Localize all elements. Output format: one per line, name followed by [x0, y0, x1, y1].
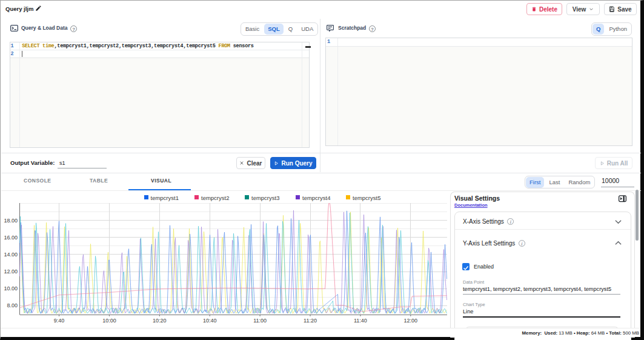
svg-text:9:40: 9:40: [54, 318, 65, 324]
svg-text:10:40: 10:40: [203, 318, 217, 324]
svg-text:11:40: 11:40: [354, 318, 367, 324]
svg-text:10.00: 10.00: [4, 285, 18, 292]
svg-text:8.00: 8.00: [7, 302, 18, 308]
svg-text:14.00: 14.00: [4, 252, 18, 258]
svg-text:10:20: 10:20: [153, 318, 167, 324]
svg-text:11:20: 11:20: [304, 318, 317, 324]
svg-text:16.00: 16.00: [4, 235, 18, 241]
svg-text:18.00: 18.00: [4, 218, 18, 224]
svg-text:12:00: 12:00: [404, 318, 418, 324]
svg-text:11:00: 11:00: [253, 318, 267, 324]
svg-text:12.00: 12.00: [4, 268, 18, 275]
svg-text:10:00: 10:00: [102, 318, 116, 324]
